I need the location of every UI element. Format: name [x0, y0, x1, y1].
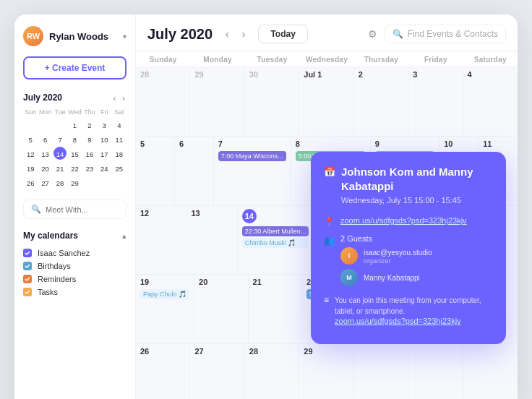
mini-cal-day[interactable]: 14 — [53, 147, 66, 160]
cal-week: 26272829 — [136, 344, 518, 399]
cal-cell[interactable]: 30 — [245, 67, 299, 136]
calendar-item[interactable]: Reminders — [23, 273, 126, 286]
meet-with-field[interactable]: 🔍 — [23, 200, 126, 219]
mini-prev-button[interactable]: ‹ — [112, 93, 118, 103]
search-icon: 🔍 — [392, 29, 403, 39]
cal-cell[interactable]: 3 — [408, 67, 463, 136]
mini-cal-day[interactable]: 12 — [24, 147, 37, 160]
mini-cal-day[interactable]: 19 — [24, 161, 37, 174]
cal-cell[interactable]: 13 — [186, 206, 237, 275]
cal-cell[interactable]: 4 — [463, 67, 518, 136]
mini-cal-day[interactable]: 23 — [83, 161, 96, 174]
cal-cell[interactable]: 2 — [354, 67, 408, 136]
cal-cell[interactable] — [463, 344, 518, 399]
mini-cal-day[interactable]: 1 — [68, 118, 81, 131]
cal-cell[interactable]: 12 — [136, 206, 186, 275]
main-header: July 2020 ‹ › Today ⚙ 🔍 Find Events & Co… — [136, 14, 518, 51]
popup-note-link[interactable]: zoom.us/u/sdfgsds?psd=323hj23kjv — [335, 317, 493, 325]
cell-date: 5 — [140, 140, 170, 148]
cell-date: 6 — [179, 140, 209, 148]
calendar-item[interactable]: Tasks — [23, 286, 126, 299]
mini-cal-day[interactable]: 26 — [24, 176, 37, 189]
location-icon: 📍 — [324, 217, 335, 227]
mini-cal-day[interactable]: 4 — [113, 118, 126, 131]
calendar-item[interactable]: Isaac Sanchez — [23, 246, 126, 259]
mini-cal-day — [98, 176, 111, 189]
popup-note: You can join this meeting from your comp… — [335, 295, 493, 317]
mini-cal-day — [53, 118, 66, 131]
cal-cell[interactable]: 20 — [194, 275, 248, 343]
event-pill[interactable]: Chimbo Muski 🎵 — [242, 238, 309, 248]
mini-day-sat: Sat — [112, 108, 126, 116]
cal-cell[interactable]: 26 — [136, 344, 190, 399]
mini-cal-day[interactable]: 15 — [68, 147, 81, 160]
cal-cell[interactable]: 19Papy Chulo 🎵 — [136, 275, 194, 343]
mini-cal-day[interactable]: 27 — [39, 176, 52, 189]
mini-cal-day[interactable]: 2 — [83, 118, 96, 131]
mini-cal-day[interactable]: 6 — [39, 132, 52, 145]
cal-cell[interactable]: 28 — [136, 67, 190, 136]
mini-cal-nav: ‹ › — [112, 91, 126, 104]
popup-datetime: Wednesday, July 15 15:00 - 15:45 — [341, 196, 493, 205]
cal-cell[interactable]: 6 — [175, 137, 214, 205]
create-event-button[interactable]: + Create Event — [23, 56, 126, 80]
cal-cell[interactable]: 28 — [245, 344, 299, 399]
cell-date: 29 — [304, 347, 348, 356]
event-pill[interactable]: 22:30 Albert Mullen... — [242, 226, 309, 236]
mini-cal-day[interactable]: 28 — [53, 176, 66, 189]
mini-day-thu: Thu — [82, 108, 97, 116]
mini-cal-day[interactable]: 20 — [39, 161, 52, 174]
popup-zoom-link[interactable]: zoom.us/u/sdfgsds?psd=323hj23kjv — [340, 216, 467, 225]
event-pill[interactable]: 7:00 Maya Wiscons... — [218, 151, 286, 161]
mini-cal-day[interactable]: 11 — [113, 132, 126, 145]
mini-cal-day[interactable]: 24 — [98, 161, 111, 174]
cal-cell[interactable]: 21 — [249, 275, 303, 343]
user-name: Rylan Woods — [49, 31, 108, 42]
mini-cal-day[interactable]: 10 — [98, 132, 111, 145]
cal-cell[interactable]: Jul 1 — [299, 67, 353, 136]
mini-cal-day[interactable]: 22 — [68, 161, 81, 174]
chevron-down-icon[interactable]: ▾ — [123, 33, 126, 40]
cal-cell[interactable]: 5 — [136, 137, 175, 205]
prev-month-button[interactable]: ‹ — [223, 27, 232, 41]
mini-next-button[interactable]: › — [121, 93, 126, 103]
cal-cell[interactable]: 77:00 Maya Wiscons... — [214, 137, 291, 205]
cell-date: 4 — [468, 70, 513, 79]
calendar-list: Isaac Sanchez Birthdays Reminders Tasks — [23, 246, 126, 299]
mini-cal-day[interactable]: 16 — [83, 147, 96, 160]
mini-cal-grid: 1234567891011121314151617181920212223242… — [23, 117, 126, 189]
mini-cal-day[interactable]: 8 — [68, 132, 81, 145]
mini-cal-day — [24, 118, 37, 131]
cell-date: 27 — [194, 347, 239, 356]
cal-cell[interactable] — [354, 344, 408, 399]
calendar-item[interactable]: Birthdays — [23, 259, 126, 273]
cal-cell[interactable]: 29 — [190, 67, 244, 136]
mini-cal-day[interactable]: 3 — [98, 118, 111, 131]
mini-cal-day[interactable]: 21 — [53, 161, 66, 174]
settings-icon[interactable]: ⚙ — [368, 28, 377, 40]
cal-cell[interactable] — [408, 344, 463, 399]
cal-day-header: Sunday — [136, 51, 190, 66]
mini-cal-day[interactable]: 18 — [113, 147, 126, 160]
mini-cal-day[interactable]: 9 — [83, 132, 96, 145]
cell-date: 30 — [249, 70, 294, 79]
today-button[interactable]: Today — [258, 25, 307, 43]
mini-cal-day[interactable]: 13 — [39, 147, 52, 160]
mini-cal-day[interactable]: 17 — [98, 147, 111, 160]
cal-day-headers: SundayMondayTuesdayWednesdayThursdayFrid… — [136, 51, 518, 67]
cal-cell[interactable]: 27 — [190, 344, 244, 399]
cal-day-header: Monday — [190, 51, 244, 66]
cal-check-icon — [23, 262, 32, 270]
mini-cal-day[interactable]: 7 — [53, 132, 66, 145]
chevron-up-icon[interactable]: ▴ — [122, 231, 126, 241]
event-pill[interactable]: Papy Chulo 🎵 — [140, 289, 189, 299]
mini-cal-day[interactable]: 5 — [24, 132, 37, 145]
meet-with-input[interactable] — [46, 205, 119, 214]
next-month-button[interactable]: › — [239, 27, 249, 41]
cal-cell[interactable]: 1422:30 Albert Mullen...Chimbo Muski 🎵 — [238, 206, 314, 275]
cal-item-label: Reminders — [38, 275, 76, 283]
mini-cal-day[interactable]: 29 — [68, 176, 81, 189]
search-bar[interactable]: 🔍 Find Events & Contacts — [385, 25, 506, 43]
mini-cal-day[interactable]: 25 — [113, 161, 126, 174]
cal-cell[interactable]: 29 — [299, 344, 353, 399]
